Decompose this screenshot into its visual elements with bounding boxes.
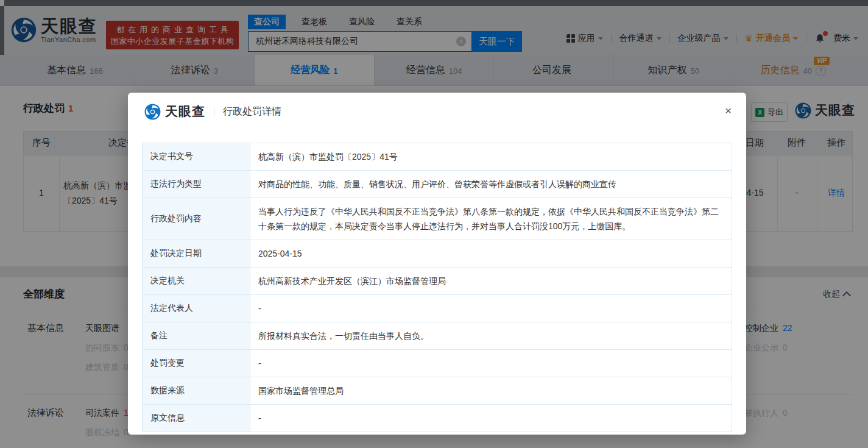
detail-label: 决定书文号 [143,143,250,170]
detail-label: 数据来源 [143,377,250,404]
detail-value: 杭高新（滨）市监处罚〔2025〕41号 [250,143,732,170]
modal-body: 决定书文号 杭高新（滨）市监处罚〔2025〕41号 违法行为类型 对商品的性能、… [128,143,746,432]
detail-label: 处罚变更 [143,350,250,377]
detail-label: 处罚决定日期 [143,240,250,267]
detail-row: 违法行为类型 对商品的性能、功能、质量、销售状况、用户评价、曾获荣誉等作虚假或者… [143,170,732,197]
detail-row: 法定代表人 - [143,294,732,322]
detail-value: 当事人行为违反了《中华人民共和国反不正当竞争法》第八条第一款的规定，依据《中华人… [250,198,732,240]
detail-label: 违法行为类型 [143,171,250,197]
detail-label: 行政处罚内容 [143,198,250,240]
detail-value: - [250,405,732,432]
tianyancha-logo-icon [144,104,161,120]
detail-value: - [250,295,732,322]
detail-row: 处罚决定日期 2025-04-15 [143,240,732,267]
detail-value: 国家市场监督管理总局 [250,377,732,404]
detail-value: 2025-04-15 [250,240,732,267]
detail-value: - [250,350,732,377]
modal-title: 行政处罚详情 [223,105,281,118]
detail-row: 数据来源 国家市场监督管理总局 [143,377,732,404]
detail-row: 决定书文号 杭高新（滨）市监处罚〔2025〕41号 [143,143,732,170]
modal-header: 天眼查 行政处罚详情 [128,93,746,130]
close-icon[interactable]: × [725,105,732,116]
divider [214,107,214,117]
penalty-detail-modal: 天眼查 行政处罚详情 × 决定书文号 杭高新（滨）市监处罚〔2025〕41号 违… [128,93,746,435]
detail-label: 法定代表人 [143,295,250,322]
penalty-detail-table: 决定书文号 杭高新（滨）市监处罚〔2025〕41号 违法行为类型 对商品的性能、… [142,143,732,432]
detail-row: 原文信息 - [143,404,732,432]
detail-value: 所报材料真实合法，一切责任由当事人自负。 [250,322,732,349]
modal-brand: 天眼查 [165,103,205,120]
detail-row: 处罚变更 - [143,349,732,377]
detail-row: 决定机关 杭州高新技术产业开发区（滨江）市场监督管理局 [143,267,732,294]
detail-value: 杭州高新技术产业开发区（滨江）市场监督管理局 [250,268,732,294]
detail-label: 原文信息 [143,405,250,432]
detail-row: 行政处罚内容 当事人行为违反了《中华人民共和国反不正当竞争法》第八条第一款的规定… [143,197,732,240]
tianyancha-page: 天眼查 TianYanCha.com 都在用的商业查询工具 国家中小企业发展子基… [0,0,868,448]
detail-label: 备注 [143,322,250,349]
detail-value: 对商品的性能、功能、质量、销售状况、用户评价、曾获荣誉等作虚假或者引人误解的商业… [250,171,732,197]
detail-label: 决定机关 [143,268,250,294]
detail-row: 备注 所报材料真实合法，一切责任由当事人自负。 [143,322,732,349]
